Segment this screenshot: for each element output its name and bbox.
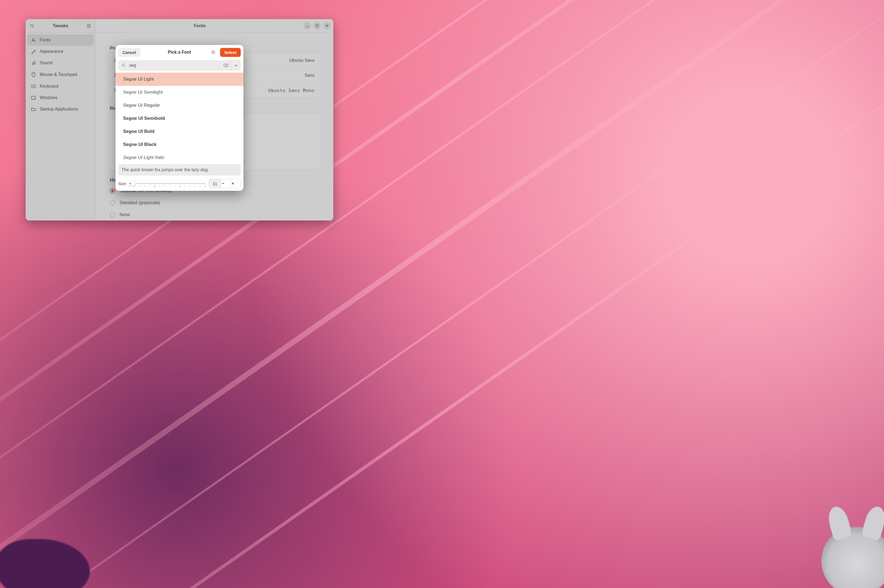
startup-icon	[31, 107, 36, 111]
font-search	[118, 60, 241, 70]
font-item[interactable]: Segoe UI Black	[116, 138, 243, 151]
size-spin: 11	[209, 179, 241, 188]
appearance-icon	[31, 49, 36, 54]
sound-icon	[31, 60, 36, 65]
font-name: Segoe UI Light Italic	[123, 155, 165, 160]
font-preview[interactable]: The quick brown fox jumps over the lazy …	[118, 164, 241, 176]
chevron-down-icon	[234, 64, 238, 67]
font-item[interactable]: Segoe UI Light	[116, 73, 243, 86]
svg-point-22	[212, 51, 214, 53]
svg-line-24	[124, 66, 125, 67]
font-name: Segoe UI Black	[123, 142, 157, 147]
sidebar-item-label: Fonts	[40, 38, 51, 42]
font-item[interactable]: Segoe UI Semilight	[116, 86, 243, 99]
slider-ticks	[129, 185, 205, 188]
search-button[interactable]	[28, 21, 36, 30]
menu-button[interactable]	[84, 21, 93, 30]
headerbar-left: Tweaks	[26, 19, 96, 32]
cancel-button[interactable]: Cancel	[118, 48, 140, 57]
row-value: Ubuntu Sans Mono	[268, 88, 315, 93]
sidebar-item-windows[interactable]: Windows	[27, 92, 94, 104]
sidebar-item-sound[interactable]: Sound	[27, 57, 94, 69]
windows-icon	[31, 96, 36, 100]
sidebar-item-label: Appearance	[40, 49, 63, 54]
row-value: Ubuntu Sans	[289, 58, 315, 63]
select-button[interactable]: Select	[220, 48, 241, 57]
search-icon	[30, 24, 34, 28]
sidebar-item-label: Startup Applications	[40, 107, 78, 112]
sidebar-item-fonts[interactable]: A Fonts	[27, 34, 94, 46]
minimize-button[interactable]	[303, 22, 311, 30]
backspace-icon	[223, 63, 228, 67]
font-item[interactable]: Segoe UI Semibold	[116, 112, 243, 125]
hamburger-icon	[87, 24, 91, 28]
row-value: Sans	[305, 73, 315, 78]
gear-icon	[210, 50, 216, 55]
font-item[interactable]: Segoe UI Bold	[116, 125, 243, 138]
minus-icon	[221, 182, 225, 185]
maximize-button[interactable]	[313, 22, 321, 30]
sidebar-item-mouse[interactable]: Mouse & Touchpad	[27, 69, 94, 81]
search-options-button[interactable]	[231, 60, 241, 70]
font-name: Segoe UI Semilight	[123, 90, 163, 95]
font-picker-dialog: Cancel Select Pick a Font Segoe UI Light…	[116, 45, 243, 191]
sidebar-item-label: Mouse & Touchpad	[40, 72, 77, 77]
slider-track	[129, 183, 205, 184]
font-name: Segoe UI Semibold	[123, 116, 165, 121]
size-slider[interactable]	[129, 179, 205, 188]
size-increment-button[interactable]	[231, 179, 240, 188]
size-value[interactable]: 11	[209, 179, 221, 188]
dialog-header: Cancel Select Pick a Font	[116, 45, 243, 60]
radio-label: Standard (grayscale)	[120, 200, 160, 205]
svg-rect-6	[316, 25, 318, 27]
headerbar-right: Fonts	[96, 19, 333, 32]
close-button[interactable]	[323, 22, 331, 30]
close-icon	[326, 24, 329, 27]
headerbar: Tweaks Fonts	[26, 19, 333, 33]
svg-point-0	[31, 24, 33, 27]
sidebar-item-appearance[interactable]: Appearance	[27, 46, 94, 57]
radio-label: None	[120, 212, 130, 217]
svg-rect-20	[32, 96, 35, 99]
radio-indicator	[110, 188, 115, 194]
font-name: Segoe UI Light	[123, 76, 154, 82]
radio-standard[interactable]: Standard (grayscale)	[109, 197, 320, 209]
font-name: Segoe UI Regular	[123, 103, 160, 108]
keyboard-icon	[31, 84, 36, 88]
settings-button[interactable]	[209, 48, 218, 57]
svg-point-23	[122, 64, 125, 66]
clear-search-button[interactable]	[221, 60, 231, 70]
font-item[interactable]: Segoe UI Light Italic	[116, 151, 243, 162]
sidebar-item-label: Keyboard	[40, 84, 59, 89]
radio-none[interactable]: None	[109, 209, 320, 220]
svg-text:A: A	[34, 40, 36, 42]
svg-rect-12	[32, 72, 35, 77]
maximize-icon	[316, 24, 319, 27]
svg-rect-14	[32, 85, 36, 88]
font-name: Segoe UI Bold	[123, 129, 155, 134]
sidebar-item-keyboard[interactable]: Keyboard	[27, 81, 94, 92]
mouse-icon	[31, 72, 36, 77]
svg-line-1	[33, 26, 33, 27]
search-icon	[122, 63, 126, 68]
size-row: Size 11	[116, 177, 243, 191]
radio-indicator	[110, 212, 115, 218]
font-list[interactable]: Segoe UI Light Segoe UI Semilight Segoe …	[116, 73, 243, 162]
radio-indicator	[110, 200, 115, 206]
font-item[interactable]: Segoe UI Regular	[116, 99, 243, 112]
sidebar-item-label: Windows	[40, 95, 57, 100]
size-decrement-button[interactable]	[221, 179, 231, 188]
sidebar: A Fonts Appearance Sound Mouse	[26, 33, 96, 220]
search-input[interactable]	[129, 63, 221, 68]
plus-icon	[231, 182, 235, 185]
search-icon-wrapper	[118, 63, 129, 68]
sidebar-item-label: Sound	[40, 60, 52, 65]
size-label: Size	[118, 181, 126, 186]
app-title: Tweaks	[36, 23, 84, 28]
sidebar-item-startup[interactable]: Startup Applications	[27, 104, 94, 115]
fonts-icon: A	[31, 38, 36, 42]
minimize-icon	[306, 24, 309, 27]
content-title: Fonts	[98, 23, 301, 28]
